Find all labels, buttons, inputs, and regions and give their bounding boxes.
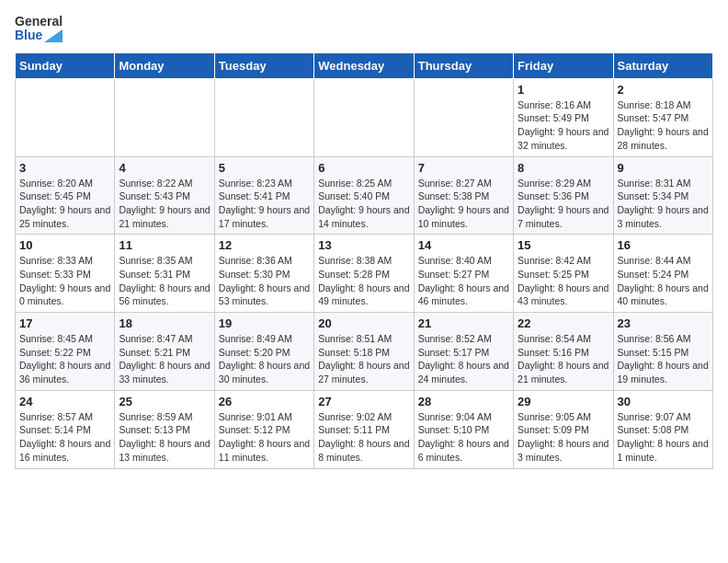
day-number: 6: [318, 161, 409, 175]
calendar-week-row: 1Sunrise: 8:16 AM Sunset: 5:49 PM Daylig…: [16, 78, 713, 156]
day-number: 19: [219, 316, 310, 330]
logo-general: General: [15, 15, 63, 29]
calendar-week-row: 3Sunrise: 8:20 AM Sunset: 5:45 PM Daylig…: [16, 156, 713, 235]
weekday-header-row: SundayMondayTuesdayWednesdayThursdayFrid…: [16, 52, 713, 78]
day-info: Sunrise: 9:02 AM Sunset: 5:11 PM Dayligh…: [318, 410, 409, 465]
logo-container: General Blue: [15, 15, 63, 43]
day-number: 30: [618, 395, 709, 408]
day-number: 24: [19, 395, 110, 408]
day-info: Sunrise: 8:45 AM Sunset: 5:22 PM Dayligh…: [19, 332, 110, 386]
day-number: 4: [119, 161, 210, 175]
calendar-cell: 30Sunrise: 9:07 AM Sunset: 5:08 PM Dayli…: [613, 390, 712, 468]
logo: General Blue: [15, 15, 63, 43]
weekday-header: Sunday: [16, 52, 115, 78]
calendar-cell: 15Sunrise: 8:42 AM Sunset: 5:25 PM Dayli…: [514, 235, 613, 313]
day-info: Sunrise: 9:01 AM Sunset: 5:12 PM Dayligh…: [219, 410, 310, 465]
calendar-cell: 12Sunrise: 8:36 AM Sunset: 5:30 PM Dayli…: [214, 235, 313, 313]
day-number: 10: [19, 238, 110, 252]
weekday-header: Wednesday: [314, 52, 414, 78]
day-number: 18: [119, 316, 210, 330]
calendar-cell: 20Sunrise: 8:51 AM Sunset: 5:18 PM Dayli…: [314, 313, 414, 391]
day-info: Sunrise: 8:40 AM Sunset: 5:27 PM Dayligh…: [418, 254, 509, 308]
calendar-cell: 22Sunrise: 8:54 AM Sunset: 5:16 PM Dayli…: [514, 313, 613, 391]
day-info: Sunrise: 9:05 AM Sunset: 5:09 PM Dayligh…: [518, 410, 609, 465]
calendar-week-row: 24Sunrise: 8:57 AM Sunset: 5:14 PM Dayli…: [16, 390, 713, 468]
day-number: 3: [19, 161, 110, 175]
day-number: 14: [418, 238, 509, 252]
calendar-cell: 5Sunrise: 8:23 AM Sunset: 5:41 PM Daylig…: [214, 156, 313, 235]
calendar-week-row: 10Sunrise: 8:33 AM Sunset: 5:33 PM Dayli…: [16, 235, 713, 313]
calendar-cell: [314, 78, 414, 156]
calendar-cell: 18Sunrise: 8:47 AM Sunset: 5:21 PM Dayli…: [115, 313, 214, 391]
calendar-cell: 29Sunrise: 9:05 AM Sunset: 5:09 PM Dayli…: [514, 390, 613, 468]
day-info: Sunrise: 8:35 AM Sunset: 5:31 PM Dayligh…: [119, 254, 210, 308]
day-number: 8: [518, 161, 609, 175]
day-number: 22: [518, 316, 609, 330]
day-info: Sunrise: 8:23 AM Sunset: 5:41 PM Dayligh…: [219, 177, 310, 231]
day-number: 13: [318, 238, 409, 252]
day-info: Sunrise: 8:29 AM Sunset: 5:36 PM Dayligh…: [518, 177, 609, 231]
calendar-cell: 13Sunrise: 8:38 AM Sunset: 5:28 PM Dayli…: [314, 235, 414, 313]
calendar-cell: 26Sunrise: 9:01 AM Sunset: 5:12 PM Dayli…: [214, 390, 313, 468]
calendar-cell: 19Sunrise: 8:49 AM Sunset: 5:20 PM Dayli…: [214, 313, 313, 391]
calendar-cell: 14Sunrise: 8:40 AM Sunset: 5:27 PM Dayli…: [414, 235, 513, 313]
calendar-cell: 3Sunrise: 8:20 AM Sunset: 5:45 PM Daylig…: [16, 156, 115, 235]
day-number: 16: [618, 238, 709, 252]
logo-blue: Blue: [15, 29, 63, 42]
calendar-cell: [16, 78, 115, 156]
day-info: Sunrise: 8:16 AM Sunset: 5:49 PM Dayligh…: [518, 98, 609, 153]
svg-marker-0: [44, 29, 63, 42]
calendar-cell: 6Sunrise: 8:25 AM Sunset: 5:40 PM Daylig…: [314, 156, 414, 235]
day-number: 21: [418, 316, 509, 330]
day-info: Sunrise: 8:51 AM Sunset: 5:18 PM Dayligh…: [318, 332, 409, 386]
calendar-week-row: 17Sunrise: 8:45 AM Sunset: 5:22 PM Dayli…: [16, 313, 713, 391]
day-info: Sunrise: 8:44 AM Sunset: 5:24 PM Dayligh…: [618, 254, 709, 308]
day-number: 2: [618, 83, 709, 97]
day-number: 20: [318, 316, 409, 330]
calendar-cell: 28Sunrise: 9:04 AM Sunset: 5:10 PM Dayli…: [414, 390, 513, 468]
calendar-cell: 9Sunrise: 8:31 AM Sunset: 5:34 PM Daylig…: [613, 156, 712, 235]
day-number: 1: [518, 83, 609, 97]
day-number: 12: [219, 238, 310, 252]
day-info: Sunrise: 8:56 AM Sunset: 5:15 PM Dayligh…: [618, 332, 709, 386]
logo-bird-icon: [44, 29, 63, 42]
calendar-cell: [214, 78, 313, 156]
day-number: 11: [119, 238, 210, 252]
day-info: Sunrise: 8:33 AM Sunset: 5:33 PM Dayligh…: [19, 254, 110, 308]
day-number: 27: [318, 395, 409, 408]
day-info: Sunrise: 8:47 AM Sunset: 5:21 PM Dayligh…: [119, 332, 210, 386]
calendar-cell: 11Sunrise: 8:35 AM Sunset: 5:31 PM Dayli…: [115, 235, 214, 313]
day-number: 17: [19, 316, 110, 330]
day-info: Sunrise: 8:31 AM Sunset: 5:34 PM Dayligh…: [618, 177, 709, 231]
weekday-header: Monday: [115, 52, 214, 78]
day-info: Sunrise: 8:18 AM Sunset: 5:47 PM Dayligh…: [618, 98, 709, 153]
calendar-cell: 17Sunrise: 8:45 AM Sunset: 5:22 PM Dayli…: [16, 313, 115, 391]
calendar-cell: 7Sunrise: 8:27 AM Sunset: 5:38 PM Daylig…: [414, 156, 513, 235]
day-info: Sunrise: 8:22 AM Sunset: 5:43 PM Dayligh…: [119, 177, 210, 231]
weekday-header: Thursday: [414, 52, 513, 78]
day-number: 26: [219, 395, 310, 408]
day-info: Sunrise: 8:38 AM Sunset: 5:28 PM Dayligh…: [318, 254, 409, 308]
calendar-cell: 21Sunrise: 8:52 AM Sunset: 5:17 PM Dayli…: [414, 313, 513, 391]
weekday-header: Saturday: [613, 52, 712, 78]
day-info: Sunrise: 8:54 AM Sunset: 5:16 PM Dayligh…: [518, 332, 609, 386]
calendar-cell: 25Sunrise: 8:59 AM Sunset: 5:13 PM Dayli…: [115, 390, 214, 468]
day-number: 7: [418, 161, 509, 175]
calendar-cell: 8Sunrise: 8:29 AM Sunset: 5:36 PM Daylig…: [514, 156, 613, 235]
calendar-cell: 4Sunrise: 8:22 AM Sunset: 5:43 PM Daylig…: [115, 156, 214, 235]
calendar-cell: 1Sunrise: 8:16 AM Sunset: 5:49 PM Daylig…: [514, 78, 613, 156]
day-info: Sunrise: 8:36 AM Sunset: 5:30 PM Dayligh…: [219, 254, 310, 308]
day-number: 5: [219, 161, 310, 175]
day-info: Sunrise: 8:25 AM Sunset: 5:40 PM Dayligh…: [318, 177, 409, 231]
day-info: Sunrise: 8:57 AM Sunset: 5:14 PM Dayligh…: [19, 410, 110, 465]
calendar-cell: [414, 78, 513, 156]
calendar-cell: [115, 78, 214, 156]
day-info: Sunrise: 8:27 AM Sunset: 5:38 PM Dayligh…: [418, 177, 509, 231]
calendar-cell: 10Sunrise: 8:33 AM Sunset: 5:33 PM Dayli…: [16, 235, 115, 313]
calendar-cell: 24Sunrise: 8:57 AM Sunset: 5:14 PM Dayli…: [16, 390, 115, 468]
calendar-body: 1Sunrise: 8:16 AM Sunset: 5:49 PM Daylig…: [16, 78, 713, 468]
day-info: Sunrise: 8:59 AM Sunset: 5:13 PM Dayligh…: [119, 410, 210, 465]
page-header: General Blue: [15, 15, 713, 43]
day-info: Sunrise: 9:07 AM Sunset: 5:08 PM Dayligh…: [618, 410, 709, 465]
calendar-cell: 23Sunrise: 8:56 AM Sunset: 5:15 PM Dayli…: [613, 313, 712, 391]
